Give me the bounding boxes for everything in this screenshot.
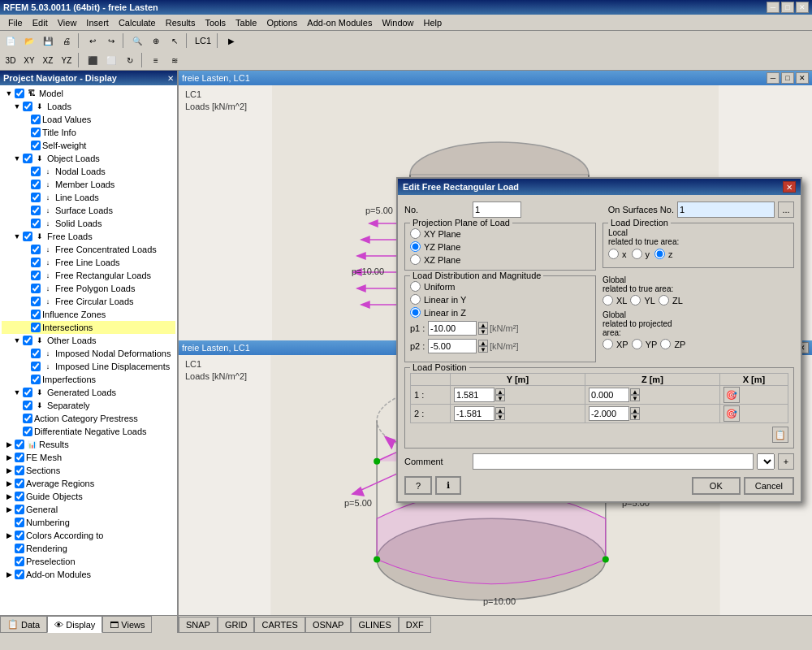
checkbox-solid-loads[interactable] <box>31 219 41 228</box>
view-yz-button[interactable]: YZ <box>58 52 76 68</box>
tree-item-fe-mesh[interactable]: ▶ FE Mesh <box>2 451 175 464</box>
tree-item-imposed-nodal[interactable]: ↓ Imposed Nodal Deformations <box>2 347 175 360</box>
tree-item-free-circular[interactable]: ↓ Free Circular Loads <box>2 295 175 308</box>
expand-fe-mesh[interactable]: ▶ <box>5 453 13 462</box>
checkbox-free-loads[interactable] <box>23 232 32 241</box>
checkbox-loads[interactable] <box>23 102 32 111</box>
dialog-info-button[interactable]: ℹ <box>435 476 461 495</box>
checkbox-preselection[interactable] <box>15 557 24 566</box>
viewport-top-close[interactable]: ✕ <box>796 72 809 84</box>
expand-other-loads[interactable]: ▼ <box>13 336 21 344</box>
checkbox-free-polygon[interactable] <box>31 284 41 293</box>
checkbox-nodal-loads[interactable] <box>31 167 41 176</box>
rotate-button[interactable]: ↻ <box>121 52 139 68</box>
expand-free-loads[interactable]: ▼ <box>13 232 21 240</box>
dir-yp[interactable]: YP <box>632 339 658 349</box>
tree-item-differentiate-negative[interactable]: Differentiate Negative Loads <box>2 425 175 438</box>
checkbox-average-regions[interactable] <box>15 479 24 488</box>
cartes-button[interactable]: CARTES <box>254 617 304 633</box>
snap-button[interactable]: SNAP <box>179 617 218 633</box>
tab-views[interactable]: 🗖 Views <box>102 616 152 633</box>
checkbox-member-loads[interactable] <box>31 180 41 189</box>
dir-yl[interactable]: YL <box>630 295 654 306</box>
checkbox-free-line-loads[interactable] <box>31 258 41 267</box>
undo-button[interactable]: ↩ <box>84 32 102 49</box>
dialog-close-button[interactable]: ✕ <box>783 181 796 193</box>
tree-item-addon[interactable]: ▶ Add-on Modules <box>2 568 175 581</box>
viewport-top-maximize[interactable]: □ <box>781 72 794 84</box>
pos2-y-input[interactable]: -1.581 <box>454 406 495 421</box>
menu-edit[interactable]: Edit <box>28 16 53 29</box>
radio-yl[interactable] <box>630 295 641 306</box>
checkbox-free-rectangular[interactable] <box>31 271 41 280</box>
radio-x[interactable] <box>608 249 619 259</box>
tree-item-other-loads[interactable]: ▼ ⬇ Other Loads <box>2 334 175 347</box>
save-button[interactable]: 💾 <box>39 32 57 49</box>
menu-view[interactable]: View <box>53 16 82 29</box>
expand-object-loads[interactable]: ▼ <box>13 154 21 162</box>
tree-item-influence-zones[interactable]: Influence Zones <box>2 308 175 321</box>
checkbox-rendering[interactable] <box>15 544 24 553</box>
expand-loads[interactable]: ▼ <box>13 102 21 110</box>
menu-insert[interactable]: Insert <box>81 16 114 29</box>
new-button[interactable]: 📄 <box>2 32 19 49</box>
view-3d-button[interactable]: 3D <box>2 52 19 68</box>
checkbox-differentiate-negative[interactable] <box>23 427 32 436</box>
dir-xl[interactable]: XL <box>603 295 627 306</box>
pos1-y-down[interactable]: ▼ <box>495 395 505 401</box>
tree-item-model[interactable]: ▼ 🏗 Model <box>2 87 175 100</box>
checkbox-self-weight[interactable] <box>31 141 41 150</box>
checkbox-results[interactable] <box>15 440 24 449</box>
tree-item-separately[interactable]: ⬇ Separately <box>2 399 175 412</box>
radio-xz[interactable] <box>410 254 421 265</box>
comment-btn[interactable]: + <box>778 453 794 470</box>
menu-calculate[interactable]: Calculate <box>114 16 161 29</box>
dialog-surfaces-input[interactable] <box>677 202 775 218</box>
edit-free-rectangular-load-dialog[interactable]: Edit Free Rectangular Load ✕ No. On Surf… <box>396 177 802 503</box>
menu-add-on-modules[interactable]: Add-on Modules <box>302 16 377 29</box>
tree-item-rendering[interactable]: Rendering <box>2 542 175 555</box>
load-button[interactable]: ≡ <box>147 52 165 68</box>
tree-item-sections[interactable]: ▶ Sections <box>2 464 175 477</box>
expand-guide-objects[interactable]: ▶ <box>5 492 13 500</box>
menu-window[interactable]: Window <box>377 16 418 29</box>
p1-down[interactable]: ▼ <box>478 328 488 335</box>
open-button[interactable]: 📂 <box>20 32 38 49</box>
menu-tools[interactable]: Tools <box>200 16 231 29</box>
tree-item-intersections[interactable]: Intersections <box>2 321 175 334</box>
tree-item-imposed-line[interactable]: ↓ Imposed Line Displacements <box>2 360 175 373</box>
run-button[interactable]: ▶ <box>222 32 240 49</box>
checkbox-imposed-nodal[interactable] <box>31 349 41 358</box>
dir-zl[interactable]: ZL <box>659 295 683 306</box>
comment-dropdown[interactable] <box>757 453 775 470</box>
checkbox-sections[interactable] <box>15 466 24 475</box>
checkbox-intersections[interactable] <box>31 323 41 332</box>
dir-xp[interactable]: XP <box>603 339 628 349</box>
zoom-button[interactable]: 🔍 <box>128 32 146 49</box>
dist-linear-z[interactable]: Linear in Z <box>410 307 590 318</box>
radio-zl[interactable] <box>659 295 669 306</box>
pos-table-btn[interactable]: 📋 <box>772 427 788 443</box>
dir-x[interactable]: x <box>608 249 627 259</box>
dialog-surfaces-btn[interactable]: ... <box>778 202 794 218</box>
osnap-button[interactable]: OSNAP <box>305 617 352 633</box>
radio-zp[interactable] <box>660 339 671 349</box>
menu-table[interactable]: Table <box>231 16 261 29</box>
pos1-z-input[interactable]: 0.000 <box>589 388 629 402</box>
pos1-y-input[interactable]: 1.581 <box>454 388 495 402</box>
dist-linear-y[interactable]: Linear in Y <box>410 294 590 305</box>
radio-uniform[interactable] <box>410 281 421 292</box>
checkbox-separately[interactable] <box>23 401 32 410</box>
p1-input[interactable]: -10.00 <box>428 321 477 336</box>
checkbox-influence-zones[interactable] <box>31 310 41 319</box>
plane-xy[interactable]: XY Plane <box>410 228 590 239</box>
view-xy-button[interactable]: XY <box>20 52 38 68</box>
checkbox-imperfections[interactable] <box>31 375 41 384</box>
dir-zp[interactable]: ZP <box>660 339 685 349</box>
cancel-button[interactable]: Cancel <box>744 477 794 495</box>
tree-item-loads[interactable]: ▼ ⬇ Loads <box>2 100 175 113</box>
tree-item-solid-loads[interactable]: ↓ Solid Loads <box>2 217 175 230</box>
tree-item-results[interactable]: ▶ 📊 Results <box>2 438 175 451</box>
pos2-pick-btn[interactable]: 🎯 <box>723 405 740 422</box>
tree-item-free-loads[interactable]: ▼ ⬇ Free Loads <box>2 230 175 243</box>
